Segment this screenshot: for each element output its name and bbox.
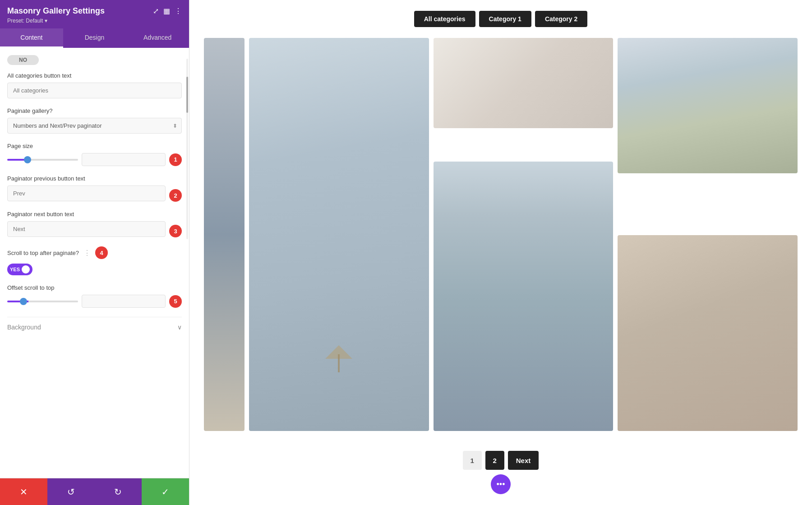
toggle-yes-wrapper: YES [7, 264, 182, 275]
filter-all-categories[interactable]: All categories [414, 11, 475, 27]
scroll-top-dots-icon[interactable]: ⋮ [83, 249, 91, 257]
cancel-icon: ✕ [20, 486, 28, 497]
expand-icon[interactable]: ⤢ [153, 7, 159, 15]
all-categories-label: All categories button text [7, 72, 182, 79]
pagination-section: 1 2 Next ••• [204, 440, 798, 494]
more-options-button[interactable]: ••• [491, 474, 511, 494]
gallery-item-pier [249, 38, 429, 431]
badge-5: 5 [169, 295, 182, 308]
tab-content[interactable]: Content [0, 28, 63, 48]
page-2-button[interactable]: 2 [485, 451, 504, 470]
save-button[interactable]: ✓ [142, 478, 189, 505]
offset-scroll-field: Offset scroll to top 100 5 [7, 284, 182, 308]
sidebar-title: Masonry Gallery Settings [7, 6, 105, 16]
scroll-top-row: Scroll to top after paginate? ⋮ 4 [7, 246, 182, 259]
tab-bar: Content Design Advanced [0, 28, 189, 48]
gallery-item-ocean [434, 162, 614, 431]
toggle-yes-dot [22, 265, 30, 273]
next-input-wrapper [7, 221, 166, 237]
toggle-no-button[interactable]: NO [7, 55, 39, 65]
chevron-down-icon: ∨ [177, 324, 182, 331]
background-header[interactable]: Background ∨ [7, 324, 182, 331]
gallery-item-rope [618, 235, 798, 431]
sidebar-header: Masonry Gallery Settings ⤢ ▦ ⋮ Preset: D… [0, 0, 189, 28]
undo-icon: ↺ [67, 486, 75, 497]
prev-input-wrapper [7, 185, 166, 201]
offset-scroll-value[interactable]: 100 [82, 295, 166, 308]
pagination-bar: 1 2 Next [463, 451, 539, 470]
prev-button-row: 2 [7, 185, 182, 202]
gallery-item-partial [204, 38, 245, 431]
preset-label[interactable]: Preset: Default ▾ [7, 18, 182, 24]
paginate-label: Paginate gallery? [7, 107, 182, 114]
bottom-action-bar: ✕ ↺ ↻ ✓ [0, 478, 189, 505]
background-label: Background [7, 324, 41, 331]
scroll-top-label: Scroll to top after paginate? [7, 250, 79, 256]
tab-design[interactable]: Design [63, 28, 126, 48]
background-section: Background ∨ [7, 317, 182, 331]
scrollbar-thumb [186, 77, 188, 113]
next-button-row: 3 [7, 221, 182, 237]
filter-category-1[interactable]: Category 1 [479, 11, 531, 27]
header-icons: ⤢ ▦ ⋮ [153, 7, 182, 15]
page-size-field: Page size 6 1 [7, 143, 182, 166]
offset-scroll-slider[interactable] [7, 301, 78, 302]
all-categories-input[interactable] [7, 83, 182, 98]
badge-2: 2 [169, 189, 182, 202]
prev-button-label: Paginator previous button text [7, 175, 182, 182]
settings-sidebar: Masonry Gallery Settings ⤢ ▦ ⋮ Preset: D… [0, 0, 189, 505]
menu-icon[interactable]: ⋮ [175, 7, 182, 15]
redo-button[interactable]: ↻ [95, 478, 142, 505]
next-button-field: Paginator next button text 3 [7, 211, 182, 237]
badge-1: 1 [169, 153, 182, 166]
all-categories-field: All categories button text [7, 72, 182, 98]
gallery-item-interior [434, 38, 614, 128]
redo-icon: ↻ [114, 486, 122, 497]
paginate-select[interactable]: Numbers and Next/Prev paginator [7, 118, 182, 134]
offset-scroll-label: Offset scroll to top [7, 284, 182, 291]
page-size-label: Page size [7, 143, 182, 149]
tab-advanced[interactable]: Advanced [126, 28, 189, 48]
page-size-slider[interactable] [7, 159, 78, 161]
prev-button-input[interactable] [7, 185, 166, 201]
badge-3: 3 [169, 225, 182, 237]
badge-4: 4 [95, 246, 108, 259]
more-dots-icon: ••• [497, 480, 505, 489]
cancel-button[interactable]: ✕ [0, 478, 47, 505]
scroll-top-field: Scroll to top after paginate? ⋮ 4 YES [7, 246, 182, 275]
save-icon: ✓ [161, 486, 169, 497]
toggle-yes-label: YES [10, 267, 20, 272]
paginate-field: Paginate gallery? Numbers and Next/Prev … [7, 107, 182, 134]
page-size-value[interactable]: 6 [82, 153, 166, 166]
page-1-button[interactable]: 1 [463, 451, 482, 470]
next-page-button[interactable]: Next [508, 451, 539, 470]
sidebar-scrollbar [186, 59, 188, 239]
gallery-item-coastal [618, 38, 798, 173]
gallery-grid [204, 38, 798, 431]
prev-button-field: Paginator previous button text 2 [7, 175, 182, 202]
offset-slider-row: 100 5 [7, 295, 182, 308]
toggle-yes-button[interactable]: YES [7, 264, 32, 275]
filter-bar: All categories Category 1 Category 2 [204, 11, 798, 27]
toggle-no-row: NO [7, 55, 182, 65]
page-size-slider-row: 6 1 [7, 153, 182, 166]
next-button-input[interactable] [7, 221, 166, 237]
next-button-label: Paginator next button text [7, 211, 182, 218]
main-content-area: All categories Category 1 Category 2 1 [189, 0, 812, 505]
undo-button[interactable]: ↺ [47, 478, 95, 505]
paginate-select-wrapper: Numbers and Next/Prev paginator [7, 118, 182, 134]
sidebar-content-area: NO All categories button text Paginate g… [0, 48, 189, 478]
filter-category-2[interactable]: Category 2 [535, 11, 587, 27]
columns-icon[interactable]: ▦ [163, 7, 170, 15]
